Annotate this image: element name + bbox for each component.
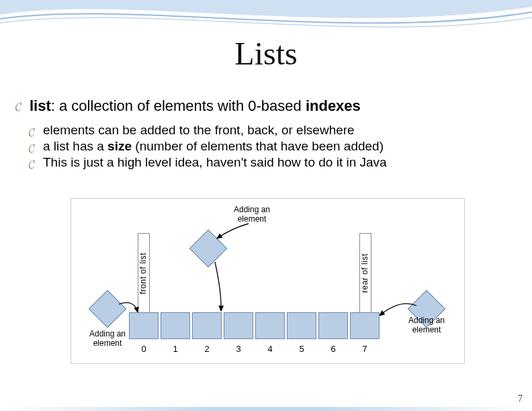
caption-top: Adding anelement <box>228 205 275 224</box>
cell-index: 6 <box>319 344 347 354</box>
list-cells-row: 0 1 2 3 4 5 6 7 <box>129 312 380 339</box>
bullet-sub-1: 𝓒 a list has a size (number of elements … <box>28 139 517 154</box>
list-cell: 0 <box>129 312 159 339</box>
bullet-main-bold1: list <box>30 97 51 114</box>
cell-index: 1 <box>161 344 189 354</box>
cell-index: 7 <box>351 344 379 354</box>
slide: Lists 𝓒 list: a collection of elements w… <box>0 0 532 411</box>
bullet-sub-1-post: (number of elements that have been added… <box>132 139 384 153</box>
list-cell: 6 <box>318 312 348 339</box>
cell-index: 2 <box>193 344 221 354</box>
caption-right: Adding anelement <box>403 316 450 335</box>
list-cell: 1 <box>161 312 190 339</box>
header-swoosh <box>0 0 532 40</box>
rear-of-list-label: rear of list <box>359 233 371 314</box>
cell-index: 0 <box>130 344 158 354</box>
bullet-icon: 𝓒 <box>15 100 21 114</box>
caption-left: Adding anelement <box>84 329 131 349</box>
front-of-list-label: front of list <box>138 233 150 314</box>
bullet-main-rest: : a collection of elements with 0-based <box>51 97 306 114</box>
list-cell: 7 <box>350 312 380 339</box>
bullet-main-bold2: indexes <box>306 97 361 114</box>
bullet-list: 𝓒 list: a collection of elements with 0-… <box>15 97 517 171</box>
page-title: Lists <box>0 35 532 72</box>
bullet-icon: 𝓒 <box>28 126 34 140</box>
cell-index: 3 <box>224 344 253 354</box>
list-cell: 3 <box>224 312 253 339</box>
bullet-sub-1-bold: size <box>107 139 132 153</box>
bullet-sub-1-pre: a list has a <box>43 139 107 153</box>
list-cell: 5 <box>287 312 316 339</box>
bullet-icon: 𝓒 <box>28 158 34 172</box>
list-cell: 4 <box>255 312 285 339</box>
bullet-sub-0: 𝓒 elements can be added to the front, ba… <box>28 123 517 138</box>
cell-index: 5 <box>287 344 316 354</box>
bullet-sub-2-text: This is just a high level idea, haven't … <box>43 155 387 169</box>
bullet-icon: 𝓒 <box>28 142 34 156</box>
bullet-sub-2: 𝓒 This is just a high level idea, haven'… <box>28 155 517 170</box>
cell-index: 4 <box>256 344 284 354</box>
page-number: 7 <box>518 394 523 404</box>
list-diagram: front of list rear of list Adding anelem… <box>71 198 463 363</box>
footer-swoosh <box>0 407 532 411</box>
bullet-main: 𝓒 list: a collection of elements with 0-… <box>15 97 517 115</box>
bullet-sub-0-text: elements can be added to the front, back… <box>43 123 355 137</box>
list-cell: 2 <box>192 312 222 339</box>
